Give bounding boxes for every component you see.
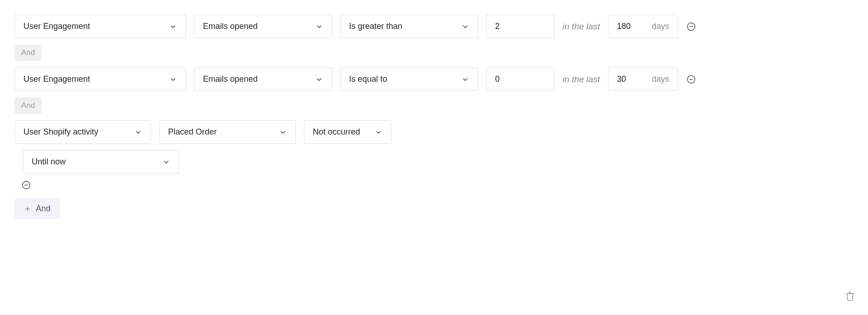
- and-connector: And: [15, 45, 41, 61]
- minus-circle-icon: [21, 180, 31, 190]
- metric-select[interactable]: Emails opened: [194, 68, 332, 91]
- filter-rule: User Shopify activity Placed Order Not o…: [15, 120, 853, 144]
- action-label: Placed Order: [168, 127, 217, 137]
- action-select[interactable]: Placed Order: [159, 120, 296, 144]
- operator-select[interactable]: Not occurred: [304, 120, 391, 144]
- timeframe-select[interactable]: Until now: [23, 150, 179, 174]
- chevron-down-icon: [169, 75, 177, 84]
- category-select[interactable]: User Engagement: [15, 68, 186, 91]
- metric-select[interactable]: Emails opened: [194, 15, 332, 38]
- chevron-down-icon: [169, 22, 177, 31]
- chevron-down-icon: [461, 75, 469, 84]
- minus-circle-icon: [686, 22, 696, 32]
- category-label: User Engagement: [23, 74, 90, 84]
- in-last-label: in the last: [563, 74, 600, 84]
- category-select[interactable]: User Engagement: [15, 15, 186, 38]
- operator-label: Is greater than: [349, 22, 402, 31]
- and-connector: And: [15, 97, 41, 114]
- metric-label: Emails opened: [203, 22, 258, 31]
- chevron-down-icon: [461, 22, 469, 31]
- days-field[interactable]: days: [608, 15, 678, 38]
- chevron-down-icon: [315, 22, 323, 31]
- category-select[interactable]: User Shopify activity: [15, 120, 151, 144]
- operator-label: Not occurred: [313, 127, 360, 137]
- days-input[interactable]: [609, 68, 645, 90]
- chevron-down-icon: [374, 128, 383, 136]
- remove-rule-button[interactable]: [21, 180, 31, 190]
- metric-label: Emails opened: [203, 74, 258, 84]
- days-suffix: days: [652, 22, 669, 31]
- add-and-label: And: [36, 204, 51, 214]
- remove-rule-button[interactable]: [686, 74, 696, 84]
- days-suffix: days: [652, 74, 669, 84]
- chevron-down-icon: [279, 128, 287, 136]
- days-field[interactable]: days: [608, 68, 678, 91]
- category-label: User Shopify activity: [23, 127, 98, 137]
- chevron-down-icon: [162, 158, 170, 166]
- filter-rule-continued: Until now: [23, 150, 853, 174]
- value-input[interactable]: [486, 68, 554, 91]
- minus-circle-icon: [686, 74, 696, 84]
- operator-select[interactable]: Is equal to: [340, 68, 478, 91]
- timeframe-label: Until now: [32, 157, 66, 167]
- remove-rule-button[interactable]: [686, 22, 696, 32]
- plus-icon: [24, 205, 31, 213]
- category-label: User Engagement: [23, 22, 90, 31]
- days-input[interactable]: [609, 15, 645, 38]
- operator-select[interactable]: Is greater than: [340, 15, 478, 38]
- in-last-label: in the last: [563, 22, 600, 32]
- operator-label: Is equal to: [349, 74, 387, 84]
- value-input[interactable]: [486, 15, 554, 38]
- filter-rule: User Engagement Emails opened Is greater…: [15, 15, 853, 38]
- chevron-down-icon: [134, 128, 142, 136]
- chevron-down-icon: [315, 75, 323, 84]
- add-and-button[interactable]: And: [15, 198, 60, 219]
- filter-rule: User Engagement Emails opened Is equal t…: [15, 68, 853, 91]
